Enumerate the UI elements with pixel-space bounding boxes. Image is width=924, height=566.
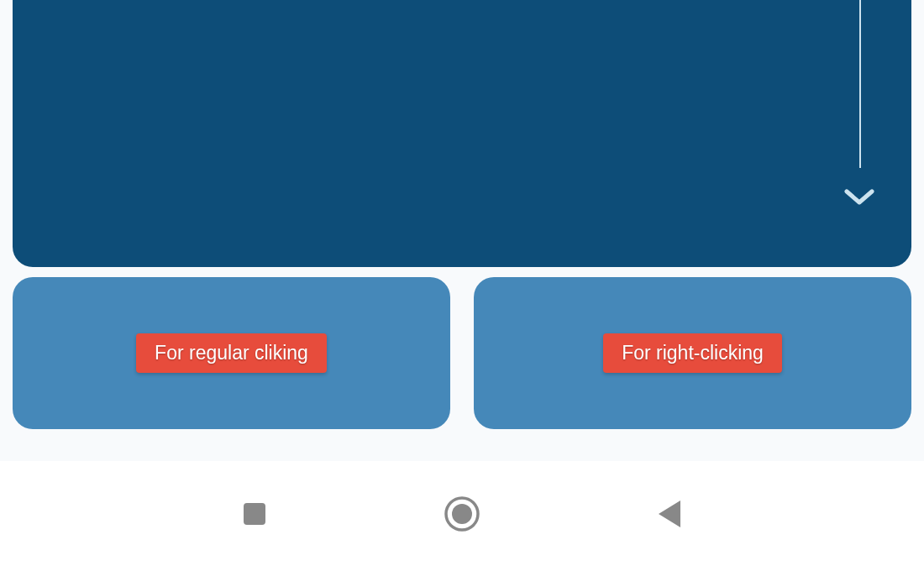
content-area: For regular cliking For right-clicking: [0, 0, 924, 461]
recent-apps-button[interactable]: [229, 489, 280, 539]
triangle-left-icon: [655, 499, 684, 529]
right-click-button[interactable]: For right-clicking: [474, 277, 911, 429]
back-button[interactable]: [644, 489, 695, 539]
scroll-indicator-line: [859, 0, 861, 168]
android-nav-bar: [0, 461, 924, 566]
svg-point-2: [452, 504, 472, 524]
right-click-label: For right-clicking: [603, 333, 782, 373]
chevron-down-icon: [844, 189, 874, 211]
trackpad-area[interactable]: [13, 0, 911, 267]
left-click-button[interactable]: For regular cliking: [13, 277, 450, 429]
mouse-buttons-row: For regular cliking For right-clicking: [13, 277, 911, 429]
square-icon: [242, 501, 267, 527]
left-click-label: For regular cliking: [136, 333, 327, 373]
home-button[interactable]: [437, 489, 487, 539]
svg-rect-0: [244, 503, 265, 525]
circle-icon: [444, 495, 480, 532]
